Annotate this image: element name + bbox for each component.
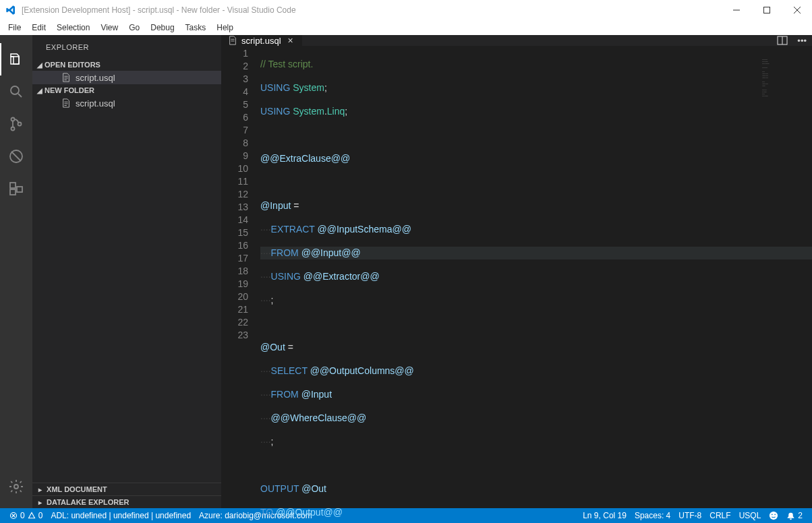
tab-label: script.usql <box>241 36 281 46</box>
title-bar: [Extension Development Host] - script.us… <box>0 0 812 20</box>
split-editor-icon[interactable] <box>777 35 788 46</box>
explorer-icon[interactable] <box>0 43 32 75</box>
sidebar: EXPLORER ◢OPEN EDITORS script.usql ◢NEW … <box>32 35 221 508</box>
code-content[interactable]: // Test script. USING System; USING Syst… <box>260 46 812 523</box>
svg-line-5 <box>18 94 22 97</box>
minimize-button[interactable] <box>721 0 751 20</box>
window-title: [Extension Development Host] - script.us… <box>22 5 296 15</box>
tab-bar: script.usql × ••• <box>221 35 812 46</box>
vscode-logo-icon <box>5 5 16 16</box>
problems-status[interactable]: 0 0 <box>5 511 47 520</box>
adl-status[interactable]: ADL: undefined | undefined | undefined <box>47 511 195 520</box>
file-icon <box>61 98 71 109</box>
file-icon <box>228 36 237 45</box>
folder-item[interactable]: script.usql <box>32 96 221 110</box>
menu-go[interactable]: Go <box>123 22 145 34</box>
open-editors-label: OPEN EDITORS <box>45 61 100 69</box>
menu-view[interactable]: View <box>95 22 123 34</box>
extensions-icon[interactable] <box>0 173 32 205</box>
close-button[interactable] <box>782 0 812 20</box>
tab-script[interactable]: script.usql × <box>221 35 302 46</box>
menu-edit[interactable]: Edit <box>26 22 51 34</box>
xml-document-label: XML DOCUMENT <box>47 485 107 493</box>
file-icon <box>61 72 71 83</box>
menu-help[interactable]: Help <box>211 22 239 34</box>
maximize-button[interactable] <box>751 0 782 20</box>
editor-actions: ••• <box>772 35 812 46</box>
svg-rect-13 <box>17 187 22 192</box>
menu-file[interactable]: File <box>3 22 26 34</box>
xml-document-header[interactable]: ▸ XML DOCUMENT <box>32 483 221 495</box>
svg-point-8 <box>18 123 22 126</box>
tab-close-icon[interactable]: × <box>288 35 293 46</box>
menu-debug[interactable]: Debug <box>145 22 179 34</box>
sidebar-title: EXPLORER <box>32 35 221 59</box>
open-editor-filename: script.usql <box>76 73 115 83</box>
more-actions-icon[interactable]: ••• <box>797 36 807 46</box>
svg-rect-12 <box>10 189 16 195</box>
svg-rect-1 <box>763 7 770 13</box>
menu-selection[interactable]: Selection <box>51 22 95 34</box>
svg-point-4 <box>11 86 19 94</box>
folder-header[interactable]: ◢NEW FOLDER <box>32 84 221 96</box>
svg-point-7 <box>11 127 15 131</box>
svg-rect-11 <box>10 183 16 188</box>
minimap[interactable]: ▬▬▬▬▬▬ ▬▬▬▬ ▬▬▬▬▬▬▬▬▬ ▬▬ ▬▬ ▬▬ ▬▬ ▬▬ ▬▬▬… <box>762 59 803 106</box>
svg-point-6 <box>11 118 15 121</box>
search-icon[interactable] <box>0 75 32 108</box>
folder-filename: script.usql <box>76 98 115 109</box>
open-editor-item[interactable]: script.usql <box>32 71 221 84</box>
menu-bar: File Edit Selection View Go Debug Tasks … <box>0 20 812 35</box>
activity-bar <box>0 35 32 508</box>
open-editors-header[interactable]: ◢OPEN EDITORS <box>32 59 221 71</box>
settings-gear-icon[interactable] <box>0 470 32 503</box>
folder-label: NEW FOLDER <box>45 86 94 94</box>
datalake-explorer-label: DATALAKE EXPLORER <box>47 498 129 506</box>
editor-area: script.usql × ••• 1234567891011121314151… <box>221 35 812 508</box>
source-control-icon[interactable] <box>0 108 32 140</box>
datalake-explorer-header[interactable]: ▸ DATALAKE EXPLORER <box>32 495 221 508</box>
svg-line-10 <box>11 152 21 161</box>
line-numbers: 1234567891011121314151617181920212223 <box>221 46 260 523</box>
menu-tasks[interactable]: Tasks <box>180 22 212 34</box>
code-editor[interactable]: 1234567891011121314151617181920212223 //… <box>221 46 812 523</box>
debug-icon[interactable] <box>0 140 32 173</box>
svg-point-14 <box>14 485 18 489</box>
